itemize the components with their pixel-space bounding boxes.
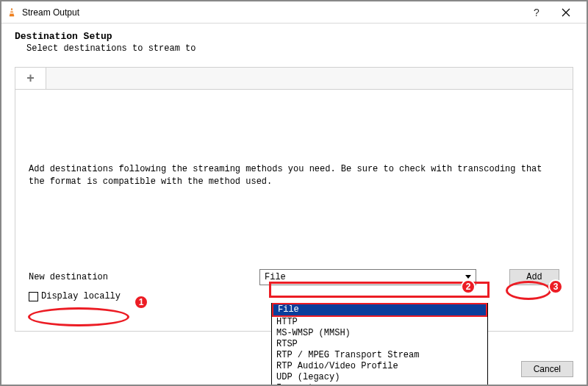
new-destination-label: New destination — [29, 272, 249, 282]
display-locally-row: Display locally — [29, 291, 121, 301]
destination-select-wrap: File — [259, 269, 481, 285]
add-tab-button[interactable]: + — [15, 68, 46, 89]
destination-select[interactable]: File — [259, 269, 476, 285]
plus-icon: + — [26, 71, 35, 86]
svg-marker-0 — [10, 8, 14, 16]
dropdown-option[interactable]: MS-WMSP (MMSH) — [272, 328, 487, 339]
dropdown-option[interactable]: RTP / MPEG Transport Stream — [272, 350, 487, 361]
help-icon[interactable]: ? — [522, 2, 551, 23]
dropdown-option[interactable]: UDP (legacy) — [272, 372, 487, 383]
titlebar: Stream Output ? — [1, 1, 587, 24]
dropdown-option[interactable]: File — [273, 304, 486, 315]
new-destination-row: New destination File Add — [29, 269, 559, 285]
cancel-button[interactable]: Cancel — [521, 361, 573, 377]
display-locally-label: Display locally — [41, 291, 121, 301]
tabstrip: + — [15, 68, 573, 90]
instruction-text: Add destinations following the streaming… — [29, 163, 559, 189]
destination-select-value: File — [265, 272, 286, 282]
annotation-badge-1: 1 — [134, 295, 148, 310]
dropdown-option[interactable]: RTP Audio/Video Profile — [272, 361, 487, 372]
close-icon[interactable] — [551, 2, 581, 23]
svg-marker-3 — [465, 275, 471, 279]
vlc-cone-icon — [6, 7, 18, 18]
page-title: Destination Setup — [15, 31, 573, 42]
page-header: Destination Setup Select destinations to… — [1, 24, 587, 57]
dropdown-option[interactable]: Icecast — [272, 383, 487, 386]
display-locally-checkbox[interactable] — [29, 292, 38, 301]
content-area: Add destinations following the streaming… — [15, 90, 573, 189]
svg-rect-2 — [10, 12, 14, 14]
page-subtitle: Select destinations to stream to — [15, 43, 573, 54]
svg-rect-1 — [10, 10, 13, 12]
dropdown-option[interactable]: RTSP — [272, 339, 487, 350]
main-panel: + Add destinations following the streami… — [15, 67, 573, 332]
annotation-badge-2: 2 — [461, 279, 476, 294]
annotation-badge-3: 3 — [548, 279, 563, 294]
destination-dropdown: File HTTP MS-WMSP (MMSH) RTSP RTP / MPEG… — [271, 303, 488, 386]
window-title: Stream Output — [22, 7, 79, 18]
dropdown-option[interactable]: HTTP — [272, 317, 487, 328]
